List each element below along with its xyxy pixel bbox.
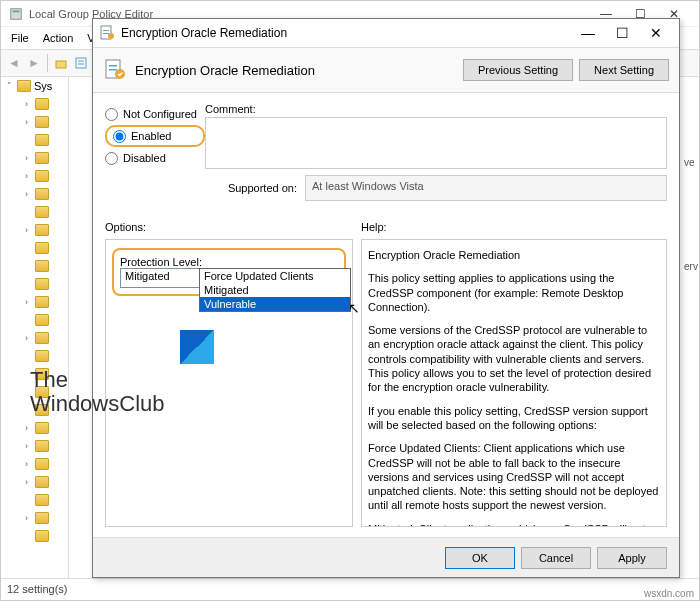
svg-rect-12	[109, 69, 117, 71]
dialog-header: Encryption Oracle Remediation Previous S…	[93, 47, 679, 93]
svg-point-9	[108, 33, 114, 39]
tree-item[interactable]	[19, 239, 68, 257]
dialog-minimize[interactable]: —	[571, 22, 605, 44]
previous-setting-button[interactable]: Previous Setting	[463, 59, 573, 81]
tree-item[interactable]: ›	[19, 437, 68, 455]
list-icon[interactable]	[72, 54, 90, 72]
tree-item[interactable]	[19, 203, 68, 221]
svg-rect-3	[76, 58, 86, 68]
list-item-peek[interactable]: ve	[684, 157, 696, 209]
supported-value: At least Windows Vista	[305, 175, 667, 201]
ok-button[interactable]: OK	[445, 547, 515, 569]
tree-item[interactable]: ›	[19, 293, 68, 311]
tree-item[interactable]	[19, 491, 68, 509]
tree-item[interactable]: ›	[19, 95, 68, 113]
tree-item[interactable]: ›	[19, 473, 68, 491]
tree-item[interactable]: ›	[19, 221, 68, 239]
tree-root[interactable]: ˅ Sys	[1, 77, 68, 95]
policy-dialog: Encryption Oracle Remediation — ☐ ✕ Encr…	[92, 18, 680, 578]
radio-disabled[interactable]: Disabled	[105, 147, 205, 169]
radio-enabled[interactable]: Enabled	[105, 125, 205, 147]
svg-rect-11	[109, 65, 117, 67]
svg-rect-0	[11, 8, 22, 19]
policy-icon	[103, 58, 127, 82]
option-mitigated[interactable]: Mitigated	[200, 283, 350, 297]
dialog-header-title: Encryption Oracle Remediation	[135, 63, 457, 78]
tree-item[interactable]: ›	[19, 509, 68, 527]
help-label: Help:	[361, 221, 667, 233]
tree-item[interactable]: ›	[19, 455, 68, 473]
watermark: The WindowsClub	[30, 330, 214, 416]
tree-item[interactable]	[19, 131, 68, 149]
tree-item[interactable]: ›	[19, 419, 68, 437]
apply-button[interactable]: Apply	[597, 547, 667, 569]
menu-action[interactable]: Action	[37, 30, 80, 46]
tree-item[interactable]	[19, 257, 68, 275]
tree-item[interactable]: ›	[19, 113, 68, 131]
source-attribution: wsxdn.com	[644, 588, 694, 599]
up-icon[interactable]	[52, 54, 70, 72]
chevron-down-icon[interactable]: ˅	[7, 81, 17, 91]
dialog-maximize[interactable]: ☐	[605, 22, 639, 44]
menu-file[interactable]: File	[5, 30, 35, 46]
tree-item[interactable]	[19, 311, 68, 329]
radio-not-configured[interactable]: Not Configured	[105, 103, 205, 125]
protection-label: Protection Level:	[120, 256, 202, 268]
svg-rect-7	[103, 30, 109, 31]
protection-dropdown-list: Force Updated Clients Mitigated Vulnerab…	[199, 268, 351, 312]
dialog-icon	[99, 25, 115, 41]
help-text[interactable]: Encryption Oracle Remediation This polic…	[361, 239, 667, 527]
tree-item[interactable]	[19, 527, 68, 545]
svg-rect-2	[56, 61, 66, 68]
tree-item[interactable]: ›	[19, 167, 68, 185]
tree-pane[interactable]: ˅ Sys › › › › › › › ›	[1, 77, 69, 578]
app-icon	[9, 7, 23, 21]
svg-rect-8	[103, 33, 109, 34]
back-icon[interactable]: ◄	[5, 54, 23, 72]
mouse-cursor-icon: ↖	[348, 300, 360, 316]
tree-item[interactable]	[19, 275, 68, 293]
supported-label: Supported on:	[205, 182, 305, 194]
folder-icon	[17, 80, 31, 92]
svg-rect-1	[13, 10, 20, 12]
option-force-updated[interactable]: Force Updated Clients	[200, 269, 350, 283]
dialog-close[interactable]: ✕	[639, 22, 673, 44]
fwd-icon[interactable]: ►	[25, 54, 43, 72]
next-setting-button[interactable]: Next Setting	[579, 59, 669, 81]
cancel-button[interactable]: Cancel	[521, 547, 591, 569]
option-vulnerable[interactable]: Vulnerable	[200, 297, 350, 311]
dialog-title-bar: Encryption Oracle Remediation — ☐ ✕	[93, 19, 679, 47]
tree-item[interactable]: ›	[19, 185, 68, 203]
list-item-peek[interactable]: erv	[684, 261, 696, 313]
dialog-footer: OK Cancel Apply	[93, 537, 679, 577]
comment-textarea[interactable]	[205, 117, 667, 169]
tree-item[interactable]: ›	[19, 149, 68, 167]
comment-label: Comment:	[205, 103, 667, 115]
dialog-title: Encryption Oracle Remediation	[121, 26, 571, 40]
options-label: Options:	[105, 221, 353, 233]
status-bar: 12 setting(s)	[1, 578, 699, 598]
watermark-logo	[180, 330, 214, 364]
status-text: 12 setting(s)	[7, 583, 68, 595]
